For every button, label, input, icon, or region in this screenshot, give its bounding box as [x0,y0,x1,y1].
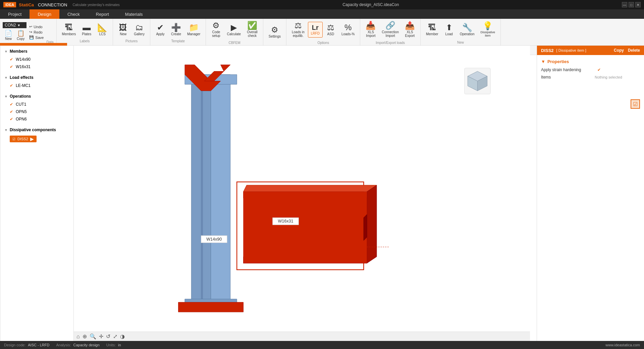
undo-button[interactable]: ↩Undo [28,24,45,29]
items-value: Nothing selected [595,75,640,79]
design-code-value: AISC - LRFD [28,343,49,347]
lrfd-button[interactable]: Lr LRFD [308,22,323,38]
units-value: in [118,343,121,347]
dissipative-header[interactable]: ▼ Dissipative components [0,126,73,134]
tab-check[interactable]: Check [59,9,88,19]
calculate-button[interactable]: ▶ Calculate [224,21,244,38]
panel-title: DISS2 [541,48,554,53]
manager-button[interactable]: 📁 Manager [184,21,203,38]
maximize-button[interactable]: □ [629,2,634,7]
operation-opn5[interactable]: ✔ OPN5 [0,108,73,115]
status-left: Design code: AISC - LRFD Analysis: Capac… [4,343,121,347]
right-panel: DISS2 [ Dissipative item ] Copy Delete ▼… [537,46,644,341]
close-button[interactable]: ✕ [635,2,641,7]
loads-equil-button[interactable]: ⚖ Loads inequilib. [289,19,307,40]
render-icon[interactable]: ◑ [120,333,125,340]
diss2-item[interactable]: ☑ DISS2 ▶ [0,134,73,144]
apply-button[interactable]: ✔ Apply [153,21,168,38]
panel-delete-button[interactable]: Delete [628,48,640,53]
new2-button[interactable]: 🖼 New [116,21,130,38]
member-w16x31[interactable]: ✔ W16x31 [0,63,73,70]
logo-area: IDEA StatiCa CONNECTION Calculate yester… [3,2,120,7]
svg-marker-14 [244,185,377,192]
items-label: Items [541,75,595,80]
toolbar-cbfem-section: ⚙ Codesetup ▶ Calculate ✅ Overallcheck C… [206,19,263,45]
right-panel-header: DISS2 [ Dissipative item ] Copy Delete [537,46,644,55]
status-bar: Design code: AISC - LRFD Analysis: Capac… [0,341,644,349]
menu-bar: Project Design Check Report Materials [0,9,644,19]
settings-button[interactable]: ⚙ Settings [266,24,283,40]
load-effects-header[interactable]: ▼ Load effects [0,73,73,82]
plates-button[interactable]: ▬ Plates [79,21,94,38]
create-button[interactable]: ➕ Create [168,21,184,38]
asd-button[interactable]: ⚖ ASD [323,21,338,38]
pictures-section-label: Pictures [125,39,138,43]
new-button[interactable]: 📄 New [3,29,14,42]
tab-project[interactable]: Project [0,9,30,19]
panel-copy-button[interactable]: Copy [614,48,624,53]
connection-import-button[interactable]: 🔗 ConnectionImport [379,19,401,40]
load-button[interactable]: ⬆ Load [442,21,457,38]
operation-button[interactable]: 🔧 Operation [457,21,477,38]
pan-icon[interactable]: ✛ [99,333,103,340]
tab-report[interactable]: Report [88,9,117,19]
checkbox-widget[interactable]: ☑ [631,99,640,109]
member-w14x90[interactable]: ✔ W14x90 [0,56,73,63]
apply-strain-hardening-row: Apply strain hardening ✔ [541,67,640,72]
members-button[interactable]: 🏗 Members [59,21,79,38]
members-header[interactable]: ▼ Members [0,47,73,56]
xls-import-button[interactable]: 📥 XLSImport [363,19,378,40]
analysis-label: Analysis: Capacity design [56,343,99,347]
zoom-extents-icon[interactable]: ⊕ [83,333,87,340]
items-row: Items Nothing selected [541,75,640,80]
lcs-button[interactable]: 📐 LCS [95,21,110,38]
xls-export-button[interactable]: 📤 XLSExport [402,19,418,40]
overall-check-button[interactable]: ✅ Overallcheck [244,19,260,40]
units-label: Units: in [106,343,121,347]
apply-strain-label: Apply strain hardening [541,67,595,72]
toolbar-settings-section: ⚙ Settings [263,19,286,45]
panel-actions: Copy Delete [614,48,640,53]
loads-perc-button[interactable]: % Loads-% [339,21,357,38]
toolbar-options-section: ⚖ Loads inequilib. Lr LRFD ⚖ ASD % Loads… [286,19,360,45]
zoom-icon[interactable]: 🔍 [90,333,96,340]
code-setup-button[interactable]: ⚙ Codesetup [209,19,223,40]
project-dropdown[interactable]: CON2 ▼ [3,22,26,28]
new-section-label: New [457,41,464,44]
tab-design[interactable]: Design [30,9,59,19]
rotate-icon[interactable]: ↺ [106,333,110,340]
toolbar-import-section: 📥 XLSImport 🔗 ConnectionImport 📤 XLSExpo… [360,19,421,45]
panel-subtitle: [ Dissipative item ] [556,48,586,52]
structure-viz: W14x90 W16x31 [74,55,530,332]
minimize-button[interactable]: — [622,2,627,7]
svg-text:W14x90: W14x90 [206,237,222,242]
template-section-label: Template [171,39,185,43]
gallery-button[interactable]: 🗂 Gallery [131,21,147,38]
copy-button[interactable]: 📋 Copy [15,29,26,42]
home-icon[interactable]: ⌂ [76,334,80,340]
undo-redo-area: ↩Undo ↪Redo 💾Save [28,24,45,40]
viewport: Solid Transparent Wireframe Production c… [0,46,644,341]
toolbar-project-section: CON2 ▼ 📄 New 📋 Copy ↩Undo ↪Redo [0,19,57,45]
svg-marker-15 [367,185,377,263]
redo-button[interactable]: ↪Redo [28,30,45,35]
save-button[interactable]: 💾Save [28,35,45,40]
connection-label: CONNECTION [38,2,67,7]
operation-cut1[interactable]: ✔ CUT1 [0,101,73,108]
window-controls[interactable]: — □ ✕ [622,2,641,7]
load-le-mc1[interactable]: ✔ LE-MC1 [0,82,73,89]
member-button[interactable]: 🏗 Member [423,21,441,38]
fit-icon[interactable]: ⤢ [113,333,117,340]
apply-strain-value: ✔ [595,67,640,72]
panel-title-area: DISS2 [ Dissipative item ] [541,48,586,53]
tab-materials[interactable]: Materials [117,9,151,19]
canvas-area[interactable]: W14x90 W16x31 [74,46,530,341]
operation-opn6[interactable]: ✔ OPN6 [0,115,73,123]
options-section-label: Options [317,41,329,45]
toolbar-labels-section: 🏗 Members ▬ Plates 📐 LCS Labels [57,19,113,45]
bottom-controls: ⌂ ⊕ 🔍 ✛ ↺ ⤢ ◑ [74,332,530,341]
status-right: www.ideastatica.com [605,343,640,347]
svg-marker-17 [364,214,367,241]
operations-header[interactable]: ▼ Operations [0,92,73,101]
dissipative-item-button[interactable]: 💡 Dissipativeitem [478,20,498,39]
